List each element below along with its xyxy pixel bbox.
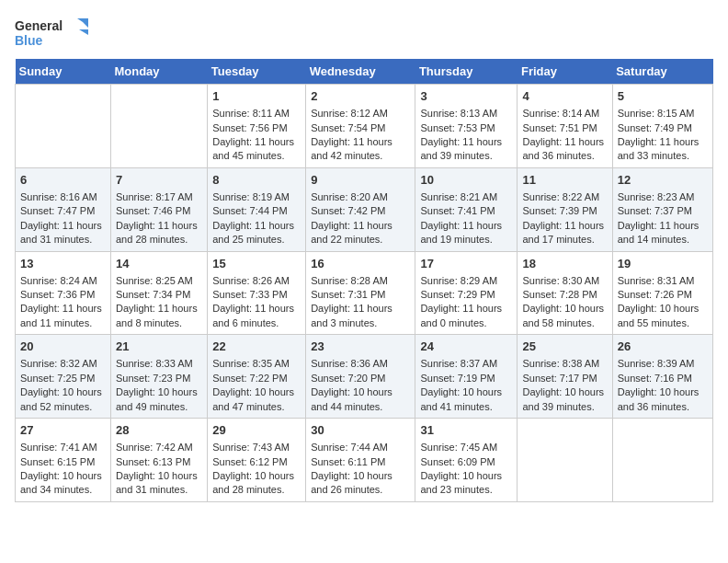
day-info: Daylight: 10 hours and 55 minutes. — [618, 302, 708, 330]
weekday-header-thursday: Thursday — [415, 59, 518, 85]
day-info: Daylight: 10 hours and 49 minutes. — [116, 385, 202, 414]
day-info: Sunset: 7:51 PM — [522, 121, 607, 135]
weekday-header-row: SundayMondayTuesdayWednesdayThursdayFrid… — [16, 59, 713, 85]
day-info: Sunset: 7:37 PM — [618, 204, 708, 218]
logo: General Blue — [15, 15, 88, 52]
day-number: 7 — [116, 172, 202, 189]
svg-text:Blue: Blue — [15, 33, 43, 48]
day-number: 29 — [212, 422, 301, 439]
calendar-cell: 21Sunrise: 8:33 AMSunset: 7:23 PMDayligh… — [110, 335, 207, 419]
calendar-week-row: 1Sunrise: 8:11 AMSunset: 7:56 PMDaylight… — [16, 85, 713, 168]
day-info: Daylight: 11 hours and 8 minutes. — [116, 302, 202, 330]
day-info: Sunset: 7:54 PM — [311, 121, 410, 135]
calendar-cell: 10Sunrise: 8:21 AMSunset: 7:41 PMDayligh… — [415, 167, 518, 251]
day-number: 18 — [522, 256, 607, 272]
day-info: Daylight: 11 hours and 39 minutes. — [420, 135, 512, 164]
day-info: Sunset: 7:31 PM — [311, 288, 410, 302]
day-info: Daylight: 10 hours and 58 minutes. — [522, 302, 607, 330]
day-info: Sunrise: 8:31 AM — [618, 274, 708, 288]
day-info: Sunrise: 8:12 AM — [311, 107, 410, 121]
day-number: 11 — [522, 172, 607, 189]
day-number: 6 — [20, 172, 106, 189]
header: General Blue — [15, 15, 713, 52]
calendar-cell: 1Sunrise: 8:11 AMSunset: 7:56 PMDaylight… — [208, 85, 306, 168]
calendar-cell: 7Sunrise: 8:17 AMSunset: 7:46 PMDaylight… — [110, 167, 207, 251]
day-info: Sunrise: 8:35 AM — [212, 357, 301, 371]
day-number: 9 — [311, 172, 410, 189]
day-info: Sunrise: 8:32 AM — [20, 357, 106, 371]
day-info: Sunset: 7:44 PM — [212, 204, 301, 218]
svg-text:General: General — [15, 18, 63, 33]
day-info: Sunset: 7:39 PM — [522, 204, 607, 218]
day-info: Daylight: 11 hours and 22 minutes. — [311, 219, 410, 247]
day-info: Daylight: 10 hours and 39 minutes. — [522, 385, 607, 414]
day-info: Sunrise: 7:45 AM — [420, 441, 512, 454]
day-info: Sunset: 7:19 PM — [420, 372, 512, 385]
calendar-cell — [612, 419, 712, 502]
day-info: Daylight: 11 hours and 31 minutes. — [20, 219, 106, 247]
day-info: Sunset: 7:53 PM — [420, 121, 512, 135]
day-number: 23 — [311, 339, 410, 355]
day-info: Sunrise: 8:13 AM — [420, 107, 512, 121]
day-info: Sunset: 6:09 PM — [420, 455, 512, 469]
day-info: Sunrise: 7:44 AM — [311, 441, 410, 454]
calendar-week-row: 27Sunrise: 7:41 AMSunset: 6:15 PMDayligh… — [16, 419, 713, 502]
day-info: Sunset: 7:20 PM — [311, 372, 410, 385]
calendar-week-row: 13Sunrise: 8:24 AMSunset: 7:36 PMDayligh… — [16, 251, 713, 335]
day-info: Sunrise: 8:36 AM — [311, 357, 410, 371]
day-number: 12 — [618, 172, 708, 189]
day-info: Sunrise: 8:25 AM — [116, 274, 202, 288]
day-info: Sunrise: 8:19 AM — [212, 190, 301, 204]
weekday-header-friday: Friday — [518, 59, 612, 85]
day-number: 13 — [20, 256, 106, 272]
day-info: Sunrise: 8:37 AM — [420, 357, 512, 371]
day-info: Daylight: 10 hours and 52 minutes. — [20, 385, 106, 414]
day-info: Sunrise: 8:38 AM — [522, 357, 607, 371]
weekday-header-tuesday: Tuesday — [208, 59, 306, 85]
day-number: 2 — [311, 88, 410, 105]
calendar-cell: 16Sunrise: 8:28 AMSunset: 7:31 PMDayligh… — [306, 251, 415, 335]
day-number: 25 — [522, 339, 607, 355]
day-info: Sunrise: 8:11 AM — [212, 107, 301, 121]
svg-marker-3 — [79, 29, 88, 35]
calendar-cell: 30Sunrise: 7:44 AMSunset: 6:11 PMDayligh… — [306, 419, 415, 502]
calendar-cell: 31Sunrise: 7:45 AMSunset: 6:09 PMDayligh… — [415, 419, 518, 502]
day-info: Daylight: 11 hours and 25 minutes. — [212, 219, 301, 247]
calendar-cell: 11Sunrise: 8:22 AMSunset: 7:39 PMDayligh… — [518, 167, 612, 251]
day-info: Sunrise: 8:20 AM — [311, 190, 410, 204]
weekday-header-monday: Monday — [110, 59, 207, 85]
day-info: Sunset: 7:16 PM — [618, 372, 708, 385]
day-number: 8 — [212, 172, 301, 189]
weekday-header-sunday: Sunday — [16, 59, 111, 85]
day-info: Sunset: 7:23 PM — [116, 372, 202, 385]
day-info: Daylight: 11 hours and 17 minutes. — [522, 219, 607, 247]
day-number: 30 — [311, 422, 410, 439]
day-info: Sunset: 7:34 PM — [116, 288, 202, 302]
calendar-cell — [16, 85, 111, 168]
day-info: Daylight: 10 hours and 36 minutes. — [618, 385, 708, 414]
day-info: Sunrise: 7:42 AM — [116, 441, 202, 454]
calendar-cell: 29Sunrise: 7:43 AMSunset: 6:12 PMDayligh… — [208, 419, 306, 502]
calendar-cell: 8Sunrise: 8:19 AMSunset: 7:44 PMDaylight… — [208, 167, 306, 251]
day-info: Daylight: 10 hours and 31 minutes. — [116, 469, 202, 498]
day-info: Sunset: 7:17 PM — [522, 372, 607, 385]
day-info: Sunrise: 8:22 AM — [522, 190, 607, 204]
day-info: Sunrise: 8:30 AM — [522, 274, 607, 288]
day-info: Daylight: 10 hours and 28 minutes. — [212, 469, 301, 498]
day-number: 26 — [618, 339, 708, 355]
day-info: Daylight: 11 hours and 28 minutes. — [116, 219, 202, 247]
day-info: Daylight: 11 hours and 36 minutes. — [522, 135, 607, 164]
day-info: Daylight: 11 hours and 33 minutes. — [618, 135, 708, 164]
calendar-cell: 3Sunrise: 8:13 AMSunset: 7:53 PMDaylight… — [415, 85, 518, 168]
day-info: Sunset: 6:13 PM — [116, 455, 202, 469]
day-info: Sunset: 7:47 PM — [20, 204, 106, 218]
day-number: 21 — [116, 339, 202, 355]
calendar-cell: 19Sunrise: 8:31 AMSunset: 7:26 PMDayligh… — [612, 251, 712, 335]
day-info: Daylight: 10 hours and 41 minutes. — [420, 385, 512, 414]
day-info: Daylight: 11 hours and 14 minutes. — [618, 219, 708, 247]
day-info: Daylight: 10 hours and 26 minutes. — [311, 469, 410, 498]
day-number: 31 — [420, 422, 512, 439]
calendar-cell: 18Sunrise: 8:30 AMSunset: 7:28 PMDayligh… — [518, 251, 612, 335]
calendar-week-row: 6Sunrise: 8:16 AMSunset: 7:47 PMDaylight… — [16, 167, 713, 251]
day-info: Sunrise: 8:33 AM — [116, 357, 202, 371]
